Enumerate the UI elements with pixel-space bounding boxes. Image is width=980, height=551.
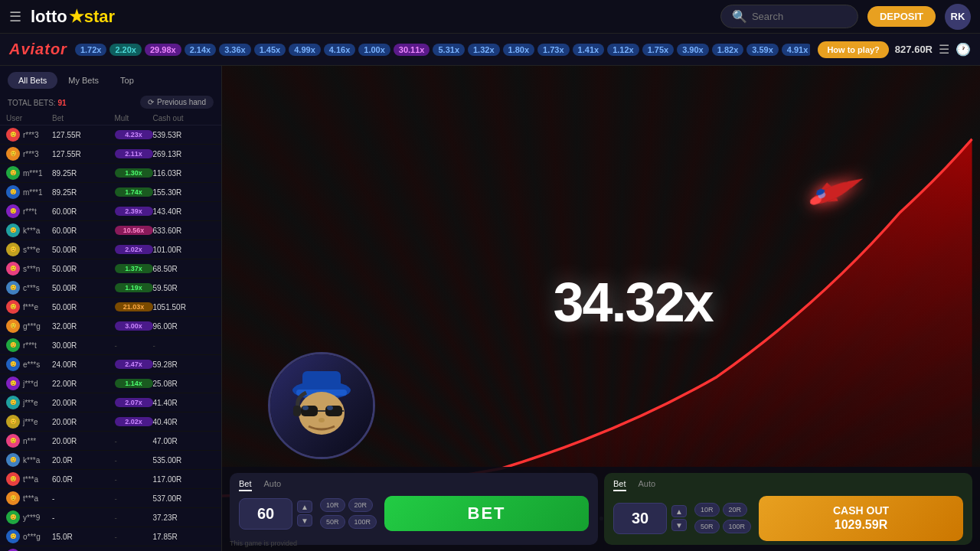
streamer-overlay [268, 352, 375, 459]
bet-amount: 32.00R [52, 322, 115, 331]
avatar: 😊 [6, 204, 20, 218]
multiplier-badge: 3.59x [746, 44, 779, 56]
bet-amount: 20.00R [52, 437, 115, 445]
bet-amount: 60.00R [52, 207, 115, 216]
table-row: 😊 t***a - - 537.00R [0, 489, 221, 508]
quick-20r-2[interactable]: 20R [723, 503, 748, 517]
avatar: 😊 [6, 530, 20, 543]
quick-50r-1[interactable]: 50R [320, 515, 345, 529]
bet-amount: 60.0R [52, 475, 115, 484]
mult-badge: 4.23x [115, 130, 153, 139]
auto-tab-2[interactable]: Auto [639, 479, 656, 491]
username: e***s [23, 360, 40, 369]
bet-user: 😊 o***g [6, 530, 52, 543]
bet-button[interactable]: BET [384, 496, 589, 531]
bet-user: 😊 t***a [6, 472, 52, 486]
bet-amount: - [52, 514, 115, 522]
auto-tab-1[interactable]: Auto [264, 479, 282, 491]
avatar: 😊 [6, 357, 20, 371]
table-row: 😊 c***s 50.00R 1.19x 59.50R [0, 279, 221, 298]
username: y***9 [23, 514, 40, 522]
username: o***g [23, 533, 41, 541]
cashout-value: 40.40R [153, 418, 216, 426]
quick-10r-2[interactable]: 10R [694, 503, 720, 517]
prev-hand-button[interactable]: ⟳ Previous hand [140, 96, 214, 109]
cashout-value: 269.13R [153, 150, 216, 158]
username: m***1 [23, 188, 43, 197]
table-row: 😊 s***e 50.00R 2.02x 101.00R [0, 240, 221, 259]
bet-decrease-2[interactable]: ▼ [671, 519, 687, 531]
avatar: 😊 [6, 281, 20, 295]
table-row: 😊 t***a 60.0R - 117.00R [0, 470, 221, 489]
table-row: 😊 y***9 - - 37.23R [0, 508, 221, 527]
username: j***e [23, 399, 38, 407]
quick-20r-1[interactable]: 20R [348, 498, 374, 512]
quick-amounts-2: 10R 20R 50R 100R [694, 503, 751, 533]
multiplier-badge: 2.20x [109, 44, 142, 56]
search-input[interactable] [752, 11, 844, 22]
table-row: 😊 r***3 127.55R 2.11x 269.13R [0, 145, 221, 164]
bet-user: 😊 j***d [6, 377, 52, 390]
deposit-button[interactable]: DEPOSIT [867, 6, 936, 27]
username: f***e [23, 303, 38, 311]
username: j***d [23, 380, 38, 388]
table-row: 😊 j***e 20.00R 2.07x 41.40R [0, 393, 221, 412]
bet-amount: 20.00R [52, 418, 115, 426]
cashout-value: - [153, 341, 216, 350]
table-row: 😊 r***3 127.55R 4.23x 539.53R [0, 126, 221, 145]
table-row: 😊 m***1 89.25R 1.30x 116.03R [0, 164, 221, 183]
cashout-label: CASH OUT [833, 504, 889, 517]
logo-star: ★star [69, 7, 115, 27]
avatar: 😊 [6, 415, 20, 429]
tab-all-bets[interactable]: All Bets [8, 72, 57, 89]
bet-increase-1[interactable]: ▲ [297, 500, 312, 513]
bet-amount: 89.25R [52, 188, 115, 197]
how-to-play-button[interactable]: How to play? [818, 41, 888, 58]
balance-display: 827.60R [895, 44, 933, 55]
table-row: 😊 o***g 15.0R - 17.85R [0, 527, 221, 546]
cashout-value: 1051.50R [153, 303, 216, 311]
bet-user: 😊 n*** [6, 434, 52, 448]
mult-empty: - [115, 437, 153, 445]
bet-amount: 30.00R [52, 341, 115, 350]
user-avatar-button[interactable]: RK [945, 4, 971, 30]
username: n*** [23, 437, 36, 445]
tab-top[interactable]: Top [109, 72, 145, 89]
tab-my-bets[interactable]: My Bets [57, 72, 109, 89]
bet-amount: 15.0R [52, 533, 115, 541]
quick-amounts-1: 10R 20R 50R 100R [320, 498, 377, 529]
cashout-button[interactable]: CASH OUT 1029.59R [759, 496, 963, 541]
avatar: 😊 [6, 243, 20, 256]
avatar: 😊 [6, 453, 20, 467]
quick-100r-2[interactable]: 100R [723, 520, 752, 533]
bet-user: 😊 c***s [6, 281, 52, 295]
quick-50r-2[interactable]: 50R [694, 520, 720, 533]
bet-user: 😊 j***e [6, 396, 52, 409]
settings-icon-button[interactable]: ☰ [939, 42, 949, 57]
cashout-value: 59.50R [153, 284, 216, 292]
table-row: 😊 e***s 24.00R 2.47x 59.28R [0, 355, 221, 374]
bet-amount: 50.00R [52, 303, 115, 311]
main-layout: All Bets My Bets Top TOTAL BETS: 91 ⟳ Pr… [0, 66, 980, 551]
bet-amount: 50.00R [52, 246, 115, 254]
quick-10r-1[interactable]: 10R [320, 498, 345, 512]
table-row: 😊 f***e 50.00R 21.03x 1051.50R [0, 298, 221, 317]
bet-decrease-1[interactable]: ▼ [297, 514, 312, 527]
mult-empty: - [115, 475, 153, 484]
bet-increase-2[interactable]: ▲ [671, 505, 687, 517]
logo-lotto: lotto [31, 7, 67, 27]
multiplier-badge: 29.98x [145, 44, 181, 56]
hamburger-icon[interactable]: ☰ [9, 8, 21, 25]
bet-tab-2[interactable]: Bet [613, 479, 626, 491]
game-area: 34.32x [222, 66, 980, 551]
avatar: 😊 [6, 472, 20, 486]
cashout-value: 37.23R [153, 514, 216, 522]
bet-amount: 22.00R [52, 380, 115, 388]
bet-tab-1[interactable]: Bet [239, 479, 252, 491]
clock-icon-button[interactable]: 🕐 [956, 42, 971, 57]
quick-100r-1[interactable]: 100R [348, 515, 377, 529]
total-bets-count: 91 [57, 99, 66, 107]
bet-amount: 127.55R [52, 150, 115, 158]
mult-empty: - [115, 341, 153, 350]
bet-amount: 20.00R [52, 399, 115, 407]
